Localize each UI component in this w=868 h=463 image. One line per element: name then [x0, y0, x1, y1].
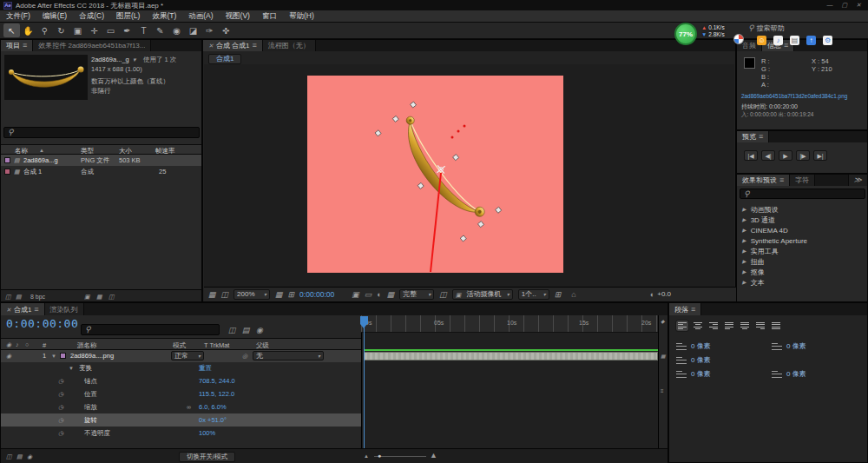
transform-reset-link[interactable]: 重置: [199, 365, 212, 372]
transparency-grid-icon[interactable]: ◫: [439, 291, 447, 299]
search-help-label[interactable]: 搜索帮助: [757, 25, 785, 32]
menu-layer[interactable]: 图层(L): [110, 11, 146, 22]
indent-left-field[interactable]: 0 像素: [676, 341, 711, 351]
sort-asc-icon[interactable]: ▲: [39, 148, 44, 153]
justify-last-center-button[interactable]: [739, 321, 751, 331]
menu-effect[interactable]: 效果(T): [146, 11, 182, 22]
pixel-aspect-icon[interactable]: ⊞: [555, 291, 562, 299]
transform-group-label[interactable]: 变换: [79, 365, 92, 372]
col-name[interactable]: 名称: [15, 148, 28, 155]
exposure-icon2[interactable]: ◐: [377, 291, 381, 299]
project-search-input[interactable]: ⚲: [3, 127, 200, 138]
exposure-value[interactable]: +0.0: [657, 291, 671, 298]
group-expander-icon[interactable]: ▼: [69, 366, 74, 371]
tab-character[interactable]: 字符: [790, 175, 815, 186]
panel-menu-icon[interactable]: ≡: [759, 133, 763, 141]
indent-right-field[interactable]: 0 像素: [772, 341, 806, 351]
label-chip[interactable]: [4, 157, 10, 163]
snapshot-icon[interactable]: ▦: [208, 291, 216, 299]
menu-file[interactable]: 文件(F): [0, 11, 36, 22]
footage-name[interactable]: 2ad869a..._g: [91, 56, 129, 63]
ime-keyboard-icon[interactable]: ▤: [790, 36, 799, 45]
text-tool[interactable]: T: [135, 23, 152, 37]
layer-duration-bar[interactable]: [364, 352, 658, 360]
expand-layers-icon[interactable]: ◫: [6, 453, 12, 460]
clone-stamp-tool[interactable]: ◉: [168, 23, 185, 37]
pan-behind-tool[interactable]: ✛: [86, 23, 102, 37]
eraser-tool[interactable]: ◪: [185, 23, 201, 37]
pen-tool[interactable]: ✒: [119, 23, 135, 37]
panel-overflow-icon[interactable]: ≫: [848, 175, 867, 186]
align-center-button[interactable]: [692, 321, 704, 331]
stopwatch-icon[interactable]: ◷: [58, 417, 63, 423]
new-folder-icon[interactable]: ▣: [84, 294, 90, 300]
close-tab-icon[interactable]: ✕: [208, 43, 214, 49]
stopwatch-icon[interactable]: ◷: [58, 391, 63, 397]
solo-column-icon[interactable]: ○: [25, 341, 29, 347]
comp-view-tab[interactable]: 合成1: [208, 54, 241, 64]
footage-thumbnail[interactable]: [4, 55, 88, 100]
playhead-line[interactable]: [364, 316, 365, 448]
col-trkmat[interactable]: T TrkMat: [204, 342, 229, 349]
mask-toggle-icon[interactable]: ⊞: [288, 291, 295, 299]
selection-tool[interactable]: ↖: [3, 23, 20, 37]
composition-canvas[interactable]: [307, 76, 563, 273]
parent-dropdown[interactable]: 无 ▾: [253, 351, 324, 360]
project-row-comp[interactable]: ▦ 合成 1 合成 25: [1, 166, 201, 177]
col-parent[interactable]: 父级: [256, 342, 269, 349]
expander-icon[interactable]: ▶: [742, 228, 746, 233]
zoom-tool[interactable]: ⚲: [36, 23, 53, 37]
menu-animation[interactable]: 动画(A): [182, 11, 219, 22]
exposure-icon[interactable]: ◐: [650, 291, 654, 299]
expander-icon[interactable]: ▶: [742, 248, 746, 254]
help-search-icon[interactable]: ⚲: [748, 24, 754, 32]
layer-expander-icon[interactable]: ▼: [51, 354, 56, 359]
ime-smiley-icon[interactable]: ☺: [757, 36, 766, 45]
close-tab-icon[interactable]: ✕: [6, 307, 11, 313]
next-frame-button[interactable]: |▶: [796, 150, 810, 161]
scrollbar-icon[interactable]: ≡: [661, 388, 664, 394]
rotation-tool[interactable]: ↻: [53, 23, 69, 37]
layer-label-chip[interactable]: [60, 353, 66, 359]
effects-category-keying[interactable]: ▶抠像: [737, 267, 867, 277]
draft3d-icon[interactable]: ▤: [242, 327, 250, 334]
resolution-dropdown[interactable]: 完整 ▾: [399, 289, 434, 300]
graph-icon[interactable]: ▤: [16, 453, 23, 460]
expander-icon[interactable]: ▶: [742, 207, 746, 212]
menu-window[interactable]: 窗口: [256, 11, 283, 22]
stopwatch-icon[interactable]: ◷: [58, 430, 63, 436]
timeline-track-area[interactable]: [361, 315, 658, 448]
project-row-footage[interactable]: ▤ 2ad869a...g PNG 文件 503 KB: [1, 155, 201, 166]
tab-render-queue[interactable]: 渲染队列: [45, 303, 84, 315]
property-name[interactable]: 锚点: [84, 378, 97, 385]
previous-frame-button[interactable]: ◀|: [761, 150, 775, 161]
shape-tool[interactable]: ▭: [102, 23, 119, 37]
color-depth-label[interactable]: 8 bpc: [30, 294, 45, 300]
layer-source-name[interactable]: 2ad869a....png: [70, 353, 114, 360]
panel-menu-icon[interactable]: ≡: [34, 306, 38, 314]
property-row-scale[interactable]: ◷ 缩放 ∞ 6.0, 6.0%: [1, 400, 361, 413]
justify-all-button[interactable]: [770, 321, 782, 331]
property-name[interactable]: 位置: [84, 391, 97, 398]
camera-dropdown[interactable]: ▣ 活动摄像机 ▾: [452, 289, 513, 300]
expander-icon[interactable]: ▶: [742, 238, 746, 243]
puppet-pin-tool[interactable]: ✜: [218, 23, 234, 37]
tab-paragraph[interactable]: 段落 ≡: [669, 303, 701, 315]
property-name[interactable]: 缩放: [84, 404, 97, 411]
audio-column-icon[interactable]: ♪: [16, 341, 19, 347]
align-right-button[interactable]: [707, 321, 720, 331]
space-before-field[interactable]: 0 像素: [676, 369, 711, 379]
effects-category-3d-channel[interactable]: ▶3D 通道: [737, 215, 867, 225]
grid-guides-icon[interactable]: ▦: [275, 291, 283, 299]
stopwatch-icon[interactable]: ◷: [58, 378, 63, 384]
pinwheel-overlay-icon[interactable]: [733, 34, 744, 44]
layer-row[interactable]: ◉ 1 ▼ 2ad869a....png 正常 ▾ ◎ 无 ▾: [1, 350, 361, 362]
timeline-zoom-track[interactable]: [374, 456, 426, 457]
channel-icon[interactable]: ◫: [221, 291, 229, 299]
zoom-in-mountain-icon[interactable]: ▲: [430, 452, 437, 460]
property-value[interactable]: 0x +51.0°: [199, 417, 227, 424]
effects-category-synthetic-aperture[interactable]: ▶Synthetic Aperture: [737, 235, 867, 246]
roto-brush-tool[interactable]: ✑: [201, 23, 218, 37]
col-framerate[interactable]: 帧速率: [155, 148, 175, 155]
property-value[interactable]: 6.0, 6.0%: [199, 404, 227, 411]
